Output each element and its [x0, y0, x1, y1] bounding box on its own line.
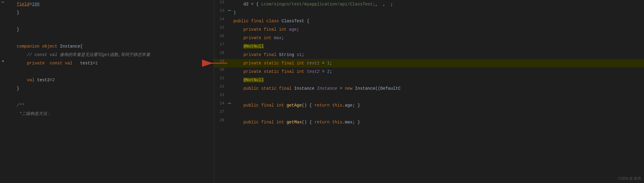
left-line-content-10: }: [5, 84, 214, 93]
right-line-10: 22 public static final Instance Instance…: [214, 84, 644, 93]
main-container: field=100 } } companion object Instance{…: [0, 0, 644, 183]
left-code-area: field=100 } } companion object Instance{…: [0, 0, 214, 183]
left-line-content-1: }: [5, 8, 214, 17]
right-line-content-2: public final class ClassTest {: [232, 17, 644, 25]
left-line-4: [0, 34, 214, 42]
right-line-content-6: private final String s1;: [232, 51, 644, 59]
left-line-0: field=100: [0, 0, 214, 8]
right-line-number-3: 15: [214, 25, 227, 30]
right-line-content-0: d2 = { Lcom/xingcn/test/myapplication/ap…: [232, 0, 644, 8]
svg-marker-1: [2, 60, 4, 62]
right-line-3: 15 private final int age;: [214, 25, 644, 34]
right-line-number-7: 19: [214, 59, 227, 64]
right-line-number-5: 17: [214, 42, 227, 47]
right-line-9: 21 @NotNull: [214, 76, 644, 84]
left-code-panel: field=100 } } companion object Instance{…: [0, 0, 214, 183]
left-line-6: // const val 修饰的常量是无法重写get函数,等同于静态常量: [0, 51, 214, 59]
right-line-4: 16 private int max;: [214, 34, 644, 42]
left-line-content-5: companion object Instance{: [5, 42, 214, 51]
right-line-11: 23: [214, 93, 644, 101]
left-line-7: private const val test1=1: [0, 59, 214, 67]
right-line-number-4: 16: [214, 34, 227, 38]
right-line-13: 27: [214, 110, 644, 118]
left-line-11: [0, 93, 214, 101]
right-line-6: 18 private final String s1;: [214, 51, 644, 59]
right-line-8: 20 private static final int test2 = 2;: [214, 67, 644, 76]
right-line-number-10: 22: [214, 84, 227, 89]
left-line-13: *二级构造方法：: [0, 110, 214, 118]
right-line-content-14: public final int getMax() { return this.…: [232, 118, 644, 126]
left-line-2: [0, 17, 214, 25]
right-line-number-8: 20: [214, 67, 227, 72]
right-line-number-0: 12: [214, 0, 227, 5]
right-line-content-7: private static final int test1 = 1;: [232, 59, 644, 67]
right-line-content-5: @NotNull: [232, 42, 644, 51]
right-line-2: 14public final class ClassTest {: [214, 17, 644, 25]
left-line-content-3: }: [5, 25, 214, 34]
right-line-number-2: 14: [214, 17, 227, 21]
left-line-8: [0, 67, 214, 76]
right-line-number-14: 28: [214, 118, 227, 123]
right-code-area: 12 d2 = { Lcom/xingcn/test/myapplication…: [214, 0, 644, 183]
right-line-7: 19 private static final int test1 = 1;: [214, 59, 644, 67]
left-line-content-7: private const val test1=1: [5, 59, 214, 67]
right-line-12: 24 public final int getAge() { return th…: [214, 101, 644, 110]
left-line-content-9: val test2=2: [5, 76, 214, 84]
right-line-0: 12 d2 = { Lcom/xingcn/test/myapplication…: [214, 0, 644, 8]
right-line-1: 13): [214, 8, 644, 17]
right-line-number-11: 23: [214, 93, 227, 97]
left-line-content-12: /**: [5, 101, 214, 110]
right-line-content-9: @NotNull: [232, 76, 644, 84]
left-line-10: }: [0, 84, 214, 93]
right-line-number-6: 18: [214, 51, 227, 55]
right-line-14: 28 public final int getMax() { return th…: [214, 118, 644, 126]
right-line-content-8: private static final int test2 = 2;: [232, 67, 644, 76]
right-line-number-12: 24: [214, 101, 227, 106]
right-line-content-12: public final int getAge() { return this.…: [232, 101, 644, 110]
left-line-12: /**: [0, 101, 214, 110]
right-line-number-13: 27: [214, 110, 227, 114]
left-gutter-7: [0, 59, 5, 63]
svg-rect-0: [1, 2, 4, 2]
left-gutter-0: [0, 0, 5, 4]
right-line-content-4: private int max;: [232, 34, 644, 42]
left-line-5: companion object Instance{: [0, 42, 214, 51]
right-line-content-1: ): [232, 8, 644, 17]
right-gutter-12: [227, 101, 232, 105]
right-gutter-1: [227, 8, 232, 13]
right-line-number-1: 13: [214, 8, 227, 13]
right-line-number-9: 21: [214, 76, 227, 80]
right-line-content-3: private final int age;: [232, 25, 644, 34]
left-line-content-13: *二级构造方法：: [5, 110, 214, 118]
left-line-content-6: // const val 修饰的常量是无法重写get函数,等同于静态常量: [5, 51, 214, 59]
left-line-3: }: [0, 25, 214, 34]
svg-rect-3: [228, 103, 231, 104]
left-line-9: val test2=2: [0, 76, 214, 84]
watermark: CSDN @ 新用: [618, 176, 641, 181]
right-line-5: 17 @NotNull: [214, 42, 644, 51]
left-line-1: }: [0, 8, 214, 17]
right-line-content-10: public static final Instance Instance = …: [232, 84, 644, 93]
svg-rect-2: [228, 10, 231, 11]
right-code-panel: 12 d2 = { Lcom/xingcn/test/myapplication…: [214, 0, 644, 183]
left-line-content-0: field=100: [5, 0, 214, 8]
